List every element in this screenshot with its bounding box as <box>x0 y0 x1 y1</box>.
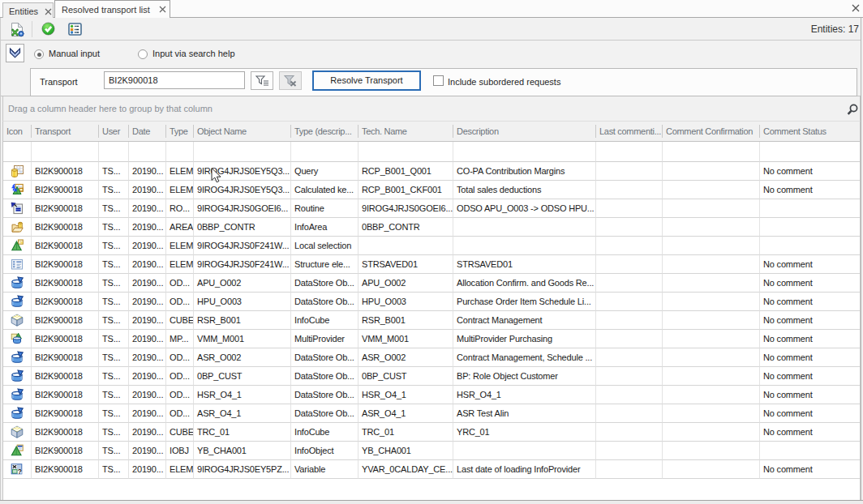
svg-text:?: ? <box>18 468 22 476</box>
